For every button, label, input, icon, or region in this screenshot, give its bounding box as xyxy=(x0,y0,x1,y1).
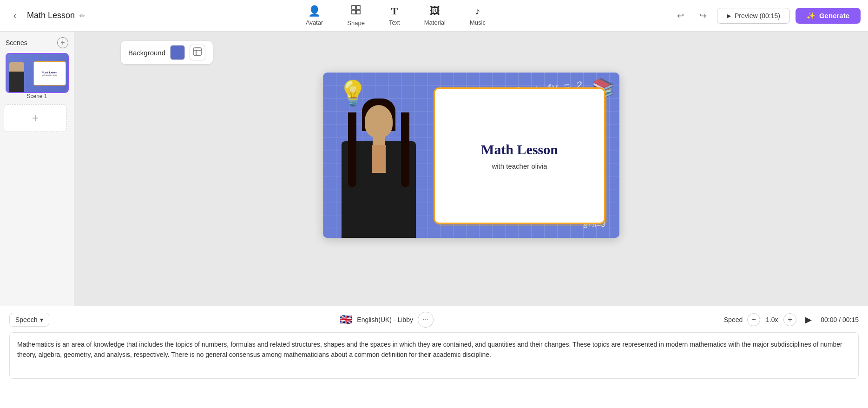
scene1-thumbnail[interactable]: Math Lesson with teacher olivia xyxy=(6,53,69,93)
toolbar: ‹ Math Lesson ✏ 👤 Avatar Shape T Text 🖼 … xyxy=(0,0,868,32)
toolbar-left: ‹ Math Lesson ✏ xyxy=(7,8,119,23)
speech-text: Mathematics is an area of knowledge that… xyxy=(17,341,842,358)
add-scene-button[interactable]: + xyxy=(57,37,68,48)
speech-dropdown-icon: ▾ xyxy=(40,316,43,323)
tool-material-label: Material xyxy=(424,19,446,26)
background-toolbar: Background xyxy=(121,41,213,64)
play-button[interactable]: ▶ xyxy=(801,312,816,327)
speech-dropdown[interactable]: Speech ▾ xyxy=(9,313,49,327)
preview-button[interactable]: ▶ Preview (00:15) xyxy=(717,8,790,24)
toolbar-right: ↩ ↪ ▶ Preview (00:15) ✨ Generate xyxy=(672,7,861,24)
background-color-swatch[interactable] xyxy=(170,45,185,60)
speed-value: 1.0x xyxy=(765,316,779,323)
template-icon xyxy=(193,47,202,58)
time-display: 00:00 / 00:15 xyxy=(821,316,859,323)
board-subtitle: with teacher olivia xyxy=(492,162,547,170)
tool-shape[interactable]: Shape xyxy=(343,3,368,28)
speed-minus-icon: − xyxy=(752,316,756,324)
speech-text-area[interactable]: Mathematics is an area of knowledge that… xyxy=(9,332,859,379)
tool-text-label: Text xyxy=(389,19,400,26)
play-icon: ▶ xyxy=(805,315,812,325)
avatar-shirt xyxy=(372,145,386,173)
tool-avatar-label: Avatar xyxy=(306,19,323,26)
scene1-avatar xyxy=(9,62,24,92)
scene1-inner: Math Lesson with teacher olivia xyxy=(7,54,68,92)
scenes-label: Scenes xyxy=(6,39,27,46)
edit-icon[interactable]: ✏ xyxy=(79,12,85,20)
scene1-label: Scene 1 xyxy=(26,93,47,99)
svg-rect-3 xyxy=(356,10,360,14)
text-icon: T xyxy=(391,5,398,17)
speech-controls: Speech ▾ 🇬🇧 English(UK) - Libby ··· Spee… xyxy=(9,312,859,328)
avatar-hair-right xyxy=(401,112,409,187)
tool-avatar[interactable]: 👤 Avatar xyxy=(302,3,327,28)
shape-icon xyxy=(351,5,361,18)
tool-music[interactable]: ♪ Music xyxy=(466,3,489,28)
voice-label: English(UK) - Libby xyxy=(357,316,413,323)
background-label: Background xyxy=(128,49,165,57)
tool-material[interactable]: 🖼 Material xyxy=(421,3,449,28)
flag-icon: 🇬🇧 xyxy=(340,314,352,326)
svg-rect-1 xyxy=(356,6,360,9)
avatar-body xyxy=(342,99,416,238)
main-content: Scenes + Math Lesson with teacher olivia… xyxy=(0,32,868,306)
bottom-area: Speech ▾ 🇬🇧 English(UK) - Libby ··· Spee… xyxy=(0,306,868,408)
generate-label: Generate xyxy=(819,12,849,20)
background-template-button[interactable] xyxy=(190,45,205,60)
speed-decrease-button[interactable]: − xyxy=(747,313,760,326)
whiteboard: Math Lesson with teacher olivia xyxy=(434,87,605,224)
project-title: Math Lesson xyxy=(27,11,75,20)
speech-controls-right: Speed − 1.0x + ▶ 00:00 / 00:15 xyxy=(724,312,859,327)
sidebar: Scenes + Math Lesson with teacher olivia… xyxy=(0,32,74,306)
preview-label: Preview (00:15) xyxy=(735,12,780,20)
add-scene-card[interactable]: + xyxy=(4,104,67,132)
tool-text[interactable]: T Text xyxy=(385,3,404,28)
scene1-board-sub: with teacher olivia xyxy=(42,74,57,76)
avatar-hair-left xyxy=(348,112,356,187)
more-icon: ··· xyxy=(422,316,428,324)
back-icon: ‹ xyxy=(13,10,17,21)
speech-controls-center: 🇬🇧 English(UK) - Libby ··· xyxy=(49,312,723,328)
material-icon: 🖼 xyxy=(430,5,440,17)
preview-play-icon: ▶ xyxy=(727,13,731,19)
scene-canvas: 💡 📚 3x + 4y = 2 x-y=7 a+b=3 📌 Math Lesso… xyxy=(323,72,619,238)
back-button[interactable]: ‹ xyxy=(7,8,22,23)
undo-button[interactable]: ↩ xyxy=(672,7,689,24)
canvas-area: Background 💡 📚 3x + 4y = 2 x-y=7 a+b=3 📌 xyxy=(74,32,868,306)
tool-shape-label: Shape xyxy=(347,20,365,26)
toolbar-center: 👤 Avatar Shape T Text 🖼 Material ♪ Music xyxy=(119,3,672,28)
generate-icon: ✨ xyxy=(807,12,815,20)
board-title: Math Lesson xyxy=(481,142,558,158)
svg-rect-4 xyxy=(194,48,201,55)
more-options-button[interactable]: ··· xyxy=(418,312,434,328)
redo-button[interactable]: ↪ xyxy=(695,7,711,24)
scene1-whiteboard: Math Lesson with teacher olivia xyxy=(33,61,66,86)
speed-increase-button[interactable]: + xyxy=(783,313,796,326)
svg-rect-2 xyxy=(352,10,355,14)
music-icon: ♪ xyxy=(475,5,480,17)
scenes-header: Scenes + xyxy=(4,37,70,48)
avatar-icon: 👤 xyxy=(308,5,321,17)
redo-icon: ↪ xyxy=(699,11,706,21)
generate-button[interactable]: ✨ Generate xyxy=(796,8,861,24)
avatar-face xyxy=(365,105,393,138)
svg-rect-0 xyxy=(352,6,355,9)
undo-icon: ↩ xyxy=(677,11,684,21)
scene1-wrapper: Math Lesson with teacher olivia Scene 1 xyxy=(4,53,70,99)
speech-label: Speech xyxy=(15,316,37,323)
avatar-figure xyxy=(342,99,425,238)
speed-label: Speed xyxy=(724,316,743,323)
tool-music-label: Music xyxy=(470,19,486,26)
speed-plus-icon: + xyxy=(788,316,792,324)
